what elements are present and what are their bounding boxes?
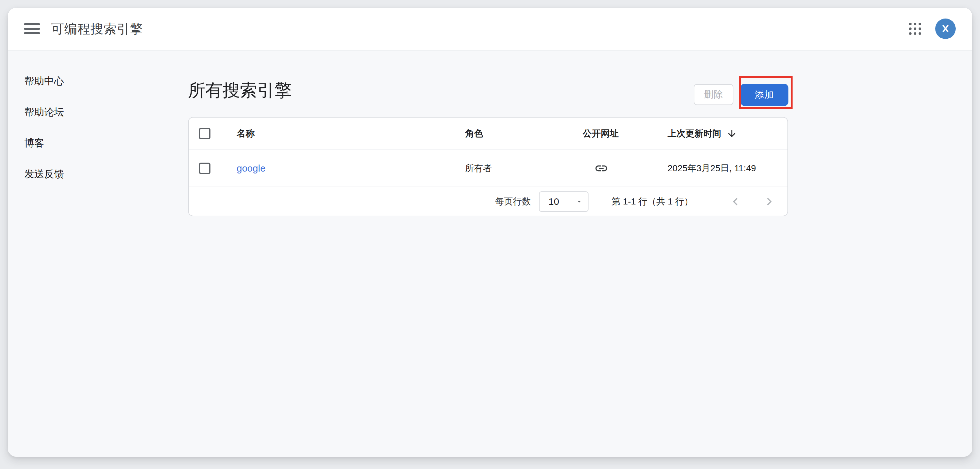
pagination-range-text: 第 1-1 行（共 1 行） bbox=[611, 195, 693, 208]
sidebar-item-send-feedback[interactable]: 发送反馈 bbox=[24, 168, 64, 181]
content-area: 帮助中心 帮助论坛 博客 发送反馈 所有搜索引擎 删除 添加 名称 角色 公开网… bbox=[8, 51, 972, 457]
row-role-cell: 所有者 bbox=[465, 162, 583, 174]
add-button[interactable]: 添加 bbox=[740, 84, 788, 106]
row-url-cell bbox=[583, 162, 668, 175]
delete-button[interactable]: 删除 bbox=[694, 84, 733, 105]
engine-name-link[interactable]: google bbox=[237, 163, 266, 174]
column-header-name[interactable]: 名称 bbox=[237, 127, 465, 139]
column-header-updated[interactable]: 上次更新时间 bbox=[668, 127, 788, 139]
chevron-right-icon[interactable] bbox=[762, 195, 776, 209]
row-checkbox[interactable] bbox=[199, 163, 210, 174]
dropdown-caret-icon bbox=[576, 198, 583, 205]
top-app-bar: 可编程搜索引擎 X bbox=[8, 8, 972, 51]
header-checkbox-cell bbox=[189, 128, 237, 139]
table-row: google 所有者 2025年3月25日, 11:49 bbox=[189, 150, 788, 187]
hamburger-menu-icon[interactable] bbox=[24, 23, 40, 34]
rows-per-page-label: 每页行数 bbox=[495, 195, 531, 208]
search-engines-table: 名称 角色 公开网址 上次更新时间 google bbox=[188, 117, 788, 216]
app-title: 可编程搜索引擎 bbox=[51, 20, 143, 38]
row-name-cell: google bbox=[237, 163, 465, 174]
chevron-left-icon[interactable] bbox=[729, 195, 743, 209]
rows-per-page-value: 10 bbox=[549, 196, 559, 207]
column-header-updated-label: 上次更新时间 bbox=[668, 127, 721, 139]
row-updated-cell: 2025年3月25日, 11:49 bbox=[668, 162, 788, 174]
column-header-role[interactable]: 角色 bbox=[465, 127, 583, 139]
role-value: 所有者 bbox=[465, 162, 492, 174]
column-header-url[interactable]: 公开网址 bbox=[583, 127, 668, 139]
sidebar-item-blog[interactable]: 博客 bbox=[24, 137, 44, 149]
sidebar-item-help-forum[interactable]: 帮助论坛 bbox=[24, 106, 64, 119]
select-all-checkbox[interactable] bbox=[199, 128, 210, 139]
link-icon[interactable] bbox=[594, 162, 608, 175]
page-title: 所有搜索引擎 bbox=[188, 81, 292, 100]
apps-grid-icon[interactable] bbox=[909, 23, 921, 35]
app-window: 可编程搜索引擎 X 帮助中心 帮助论坛 博客 发送反馈 所有搜索引擎 删除 添加 bbox=[8, 8, 972, 457]
sort-descending-arrow-icon[interactable] bbox=[726, 128, 737, 139]
updated-value: 2025年3月25日, 11:49 bbox=[668, 162, 756, 174]
sidebar-item-help-center[interactable]: 帮助中心 bbox=[24, 75, 64, 87]
row-checkbox-cell bbox=[189, 163, 237, 174]
avatar[interactable]: X bbox=[935, 19, 956, 39]
table-pagination: 每页行数 10 第 1-1 行（共 1 行） bbox=[189, 187, 788, 215]
rows-per-page-select[interactable]: 10 bbox=[539, 192, 589, 212]
table-header-row: 名称 角色 公开网址 上次更新时间 bbox=[189, 117, 788, 150]
